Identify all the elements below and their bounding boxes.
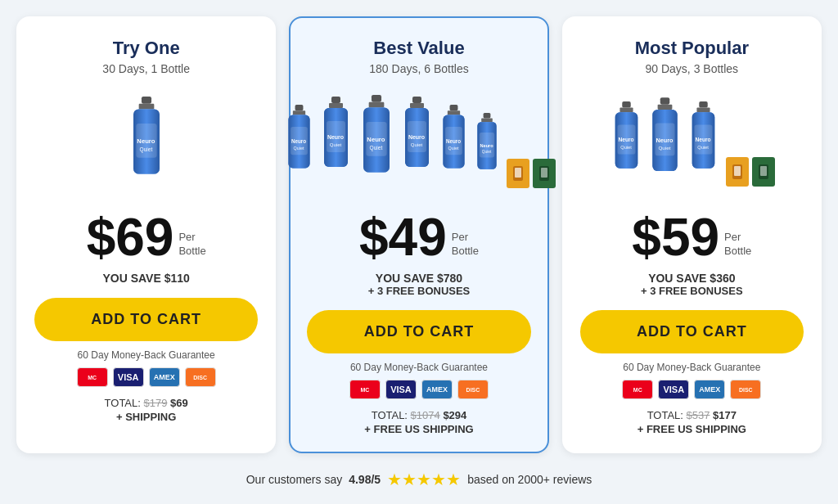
savings-best-value: YOU SAVE $780 <box>376 272 462 285</box>
price-block-try-one: $69 PerBottle <box>87 211 206 263</box>
price-label-most-popular: PerBottle <box>724 231 751 259</box>
svg-text:Quiet: Quiet <box>370 145 383 151</box>
total-line-try-one: TOTAL: $179 $69 <box>105 397 188 409</box>
visa-icon: VISA <box>658 380 689 399</box>
svg-rect-67 <box>699 101 707 108</box>
guarantee-best-value: 60 Day Money-Back Guarantee <box>350 362 488 373</box>
rating-intro: Our customers say <box>246 473 342 486</box>
price-label-best-value: PerBottle <box>452 231 479 259</box>
price-block-most-popular: $59 PerBottle <box>632 211 751 263</box>
svg-rect-52 <box>541 168 547 178</box>
visa-icon: VISA <box>385 380 417 399</box>
card-subtitle-try-one: 30 Days, 1 Bottle <box>102 62 190 75</box>
svg-text:Quiet: Quiet <box>697 144 709 149</box>
svg-rect-21 <box>372 95 381 102</box>
svg-rect-60 <box>660 97 669 104</box>
svg-rect-68 <box>696 107 710 112</box>
svg-rect-7 <box>295 105 304 110</box>
rating-based: based on 2000+ reviews <box>467 473 592 486</box>
svg-text:Quiet: Quiet <box>330 142 342 147</box>
guarantee-most-popular: 60 Day Money-Back Guarantee <box>623 362 760 373</box>
savings-try-one: YOU SAVE $110 <box>102 272 189 285</box>
payment-icons: MC VISA AMEX DISC <box>622 380 761 399</box>
bonus-most-popular: + 3 FREE BONUSES <box>641 285 743 297</box>
card-try-one: Try One 30 Days, 1 Bottle Neuro Quiet $6… <box>16 16 276 453</box>
card-title-try-one: Try One <box>113 38 180 59</box>
savings-most-popular: YOU SAVE $360 <box>648 272 735 285</box>
svg-rect-0 <box>142 97 151 104</box>
svg-text:Neuro: Neuro <box>446 138 461 144</box>
card-best-value: Best Value 180 Days, 6 Bottles Neuro Qui… <box>289 16 548 453</box>
svg-rect-61 <box>657 104 672 109</box>
price-main-most-popular: $59 <box>632 211 719 263</box>
amex-icon: AMEX <box>149 367 180 387</box>
svg-text:Quiet: Quiet <box>448 146 459 151</box>
card-title-most-popular: Most Popular <box>635 38 749 59</box>
svg-rect-42 <box>484 113 491 118</box>
svg-text:Quiet: Quiet <box>294 146 304 151</box>
card-title-best-value: Best Value <box>373 38 464 59</box>
svg-text:Quiet: Quiet <box>139 146 152 153</box>
discover-icon: DISC <box>185 367 216 387</box>
price-main-try-one: $69 <box>87 211 174 263</box>
product-image-most-popular: Neuro Quiet Neuro Quiet Ne <box>630 88 753 195</box>
svg-rect-36 <box>448 110 460 115</box>
guarantee-try-one: 60 Day Money-Back Guarantee <box>78 349 215 361</box>
svg-rect-54 <box>619 107 633 112</box>
rating-value: 4.98/5 <box>349 473 381 486</box>
total-line-most-popular: TOTAL: $537 $177 <box>647 409 737 421</box>
mastercard-icon: MC <box>349 380 381 399</box>
svg-rect-53 <box>622 101 630 108</box>
price-label-try-one: PerBottle <box>178 231 205 259</box>
add-to-cart-button-best-value[interactable]: ADD TO CART <box>307 310 530 353</box>
pricing-cards-container: Try One 30 Days, 1 Bottle Neuro Quiet $6… <box>16 16 822 453</box>
svg-text:Neuro: Neuro <box>656 136 674 143</box>
svg-text:Neuro: Neuro <box>480 143 493 148</box>
price-block-best-value: $49 PerBottle <box>359 211 479 263</box>
svg-rect-8 <box>293 110 305 115</box>
svg-text:Quiet: Quiet <box>620 144 632 149</box>
svg-text:Quiet: Quiet <box>658 144 670 150</box>
shipping-line-most-popular: + FREE US SHIPPING <box>638 423 746 435</box>
svg-text:Neuro: Neuro <box>367 136 385 143</box>
mastercard-icon: MC <box>77 367 108 387</box>
svg-rect-28 <box>412 97 421 103</box>
discover-icon: DISC <box>730 380 761 399</box>
product-image-try-one: Neuro Quiet <box>85 88 208 195</box>
svg-rect-22 <box>369 102 385 108</box>
svg-text:Neuro: Neuro <box>408 134 425 140</box>
svg-rect-1 <box>138 104 154 110</box>
amex-icon: AMEX <box>694 380 725 399</box>
svg-text:Neuro: Neuro <box>291 138 306 144</box>
svg-rect-50 <box>515 168 521 178</box>
discover-icon: DISC <box>457 380 489 399</box>
svg-text:Quiet: Quiet <box>482 150 492 154</box>
price-main-best-value: $49 <box>359 211 447 263</box>
card-subtitle-best-value: 180 Days, 6 Bottles <box>369 62 468 75</box>
shipping-line-try-one: + SHIPPING <box>116 411 176 423</box>
footer-rating: Our customers say 4.98/5 ★★★★★ based on … <box>246 470 592 489</box>
card-most-popular: Most Popular 90 Days, 3 Bottles Neuro Qu… <box>562 16 822 453</box>
svg-rect-29 <box>410 103 424 108</box>
add-to-cart-button-try-one[interactable]: ADD TO CART <box>34 298 258 341</box>
svg-rect-75 <box>734 166 741 176</box>
svg-rect-15 <box>329 103 343 108</box>
visa-icon: VISA <box>113 367 144 387</box>
add-to-cart-button-most-popular[interactable]: ADD TO CART <box>580 310 804 353</box>
total-line-best-value: TOTAL: $1074 $294 <box>372 409 467 421</box>
shipping-line-best-value: + FREE US SHIPPING <box>364 423 473 435</box>
svg-rect-77 <box>760 166 767 176</box>
bonus-best-value: + 3 FREE BONUSES <box>368 285 471 297</box>
stars-icon: ★★★★★ <box>387 470 461 489</box>
svg-rect-35 <box>450 105 458 110</box>
svg-text:Quiet: Quiet <box>411 142 423 147</box>
svg-text:Neuro: Neuro <box>327 134 344 140</box>
amex-icon: AMEX <box>421 380 453 399</box>
svg-rect-43 <box>481 118 493 122</box>
payment-icons: MC VISA AMEX DISC <box>77 367 216 387</box>
svg-text:Neuro: Neuro <box>695 137 710 142</box>
svg-text:Neuro: Neuro <box>137 137 155 145</box>
card-subtitle-most-popular: 90 Days, 3 Bottles <box>646 62 739 75</box>
svg-rect-14 <box>331 97 340 103</box>
payment-icons: MC VISA AMEX DISC <box>349 380 489 399</box>
